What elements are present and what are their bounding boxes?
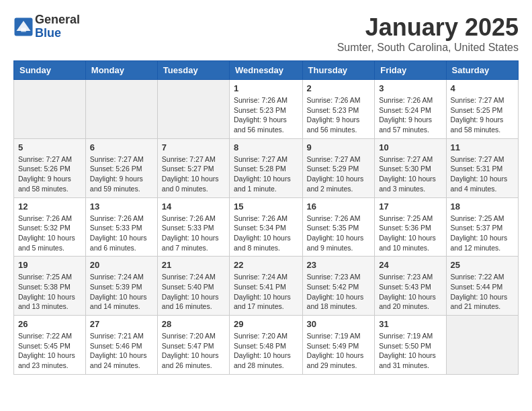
logo-text: General Blue	[35, 13, 80, 40]
calendar-cell: 18Sunrise: 7:25 AM Sunset: 5:37 PM Dayli…	[446, 197, 518, 257]
calendar-cell	[14, 80, 86, 139]
calendar-cell: 16Sunrise: 7:26 AM Sunset: 5:35 PM Dayli…	[302, 197, 375, 257]
day-info: Sunrise: 7:24 AM Sunset: 5:39 PM Dayligh…	[90, 272, 153, 312]
day-number: 7	[162, 142, 225, 152]
svg-rect-2	[21, 28, 26, 32]
day-info: Sunrise: 7:26 AM Sunset: 5:23 PM Dayligh…	[307, 95, 371, 135]
calendar-cell	[85, 80, 157, 139]
day-info: Sunrise: 7:27 AM Sunset: 5:25 PM Dayligh…	[451, 95, 514, 135]
page-header: General Blue January 2025 Sumter, South …	[13, 13, 519, 54]
month-title: January 2025	[337, 13, 519, 42]
logo: General Blue	[13, 13, 80, 40]
day-info: Sunrise: 7:26 AM Sunset: 5:33 PM Dayligh…	[90, 214, 153, 253]
day-info: Sunrise: 7:23 AM Sunset: 5:43 PM Dayligh…	[379, 272, 441, 312]
calendar-cell: 11Sunrise: 7:27 AM Sunset: 5:31 PM Dayli…	[446, 138, 518, 197]
day-info: Sunrise: 7:27 AM Sunset: 5:26 PM Dayligh…	[90, 154, 153, 194]
calendar-cell: 13Sunrise: 7:26 AM Sunset: 5:33 PM Dayli…	[85, 197, 157, 257]
day-number: 27	[90, 319, 153, 329]
day-info: Sunrise: 7:21 AM Sunset: 5:46 PM Dayligh…	[90, 331, 153, 371]
calendar-cell: 20Sunrise: 7:24 AM Sunset: 5:39 PM Dayli…	[85, 257, 157, 316]
day-number: 9	[307, 142, 371, 152]
calendar-cell: 31Sunrise: 7:19 AM Sunset: 5:50 PM Dayli…	[375, 316, 446, 375]
weekday-header: Tuesday	[157, 61, 229, 80]
day-number: 8	[234, 142, 298, 152]
day-info: Sunrise: 7:27 AM Sunset: 5:30 PM Dayligh…	[379, 154, 441, 194]
day-info: Sunrise: 7:24 AM Sunset: 5:41 PM Dayligh…	[234, 272, 298, 312]
day-info: Sunrise: 7:26 AM Sunset: 5:35 PM Dayligh…	[307, 214, 371, 253]
weekday-header: Monday	[85, 61, 157, 80]
day-number: 23	[307, 260, 371, 270]
calendar-cell	[157, 80, 229, 139]
weekday-header-row: SundayMondayTuesdayWednesdayThursdayFrid…	[14, 61, 519, 80]
calendar-cell: 14Sunrise: 7:26 AM Sunset: 5:33 PM Dayli…	[157, 197, 229, 257]
day-number: 1	[234, 83, 298, 93]
calendar-cell: 1Sunrise: 7:26 AM Sunset: 5:23 PM Daylig…	[230, 80, 303, 139]
calendar-cell: 30Sunrise: 7:19 AM Sunset: 5:49 PM Dayli…	[302, 316, 375, 375]
day-info: Sunrise: 7:19 AM Sunset: 5:49 PM Dayligh…	[307, 331, 371, 371]
calendar-cell: 15Sunrise: 7:26 AM Sunset: 5:34 PM Dayli…	[230, 197, 303, 257]
day-number: 3	[379, 83, 441, 93]
calendar-cell: 9Sunrise: 7:27 AM Sunset: 5:29 PM Daylig…	[302, 138, 375, 197]
day-info: Sunrise: 7:20 AM Sunset: 5:47 PM Dayligh…	[162, 331, 225, 371]
day-info: Sunrise: 7:27 AM Sunset: 5:28 PM Dayligh…	[234, 154, 298, 194]
day-info: Sunrise: 7:26 AM Sunset: 5:34 PM Dayligh…	[234, 214, 298, 253]
day-info: Sunrise: 7:26 AM Sunset: 5:24 PM Dayligh…	[379, 95, 441, 135]
day-number: 16	[307, 201, 371, 212]
day-info: Sunrise: 7:27 AM Sunset: 5:29 PM Dayligh…	[307, 154, 371, 194]
calendar-cell: 22Sunrise: 7:24 AM Sunset: 5:41 PM Dayli…	[230, 257, 303, 316]
day-info: Sunrise: 7:27 AM Sunset: 5:31 PM Dayligh…	[451, 154, 514, 194]
day-info: Sunrise: 7:24 AM Sunset: 5:40 PM Dayligh…	[162, 272, 225, 312]
day-number: 5	[18, 142, 81, 152]
day-number: 15	[234, 201, 298, 212]
calendar-week-row: 12Sunrise: 7:26 AM Sunset: 5:32 PM Dayli…	[14, 197, 519, 257]
calendar-cell: 29Sunrise: 7:20 AM Sunset: 5:48 PM Dayli…	[230, 316, 303, 375]
weekday-header: Sunday	[14, 61, 86, 80]
calendar-cell: 27Sunrise: 7:21 AM Sunset: 5:46 PM Dayli…	[85, 316, 157, 375]
calendar-cell: 17Sunrise: 7:25 AM Sunset: 5:36 PM Dayli…	[375, 197, 446, 257]
day-number: 6	[90, 142, 153, 152]
day-number: 2	[307, 83, 371, 93]
day-info: Sunrise: 7:26 AM Sunset: 5:32 PM Dayligh…	[18, 214, 81, 253]
calendar-cell: 21Sunrise: 7:24 AM Sunset: 5:40 PM Dayli…	[157, 257, 229, 316]
day-number: 25	[451, 260, 514, 270]
day-number: 13	[90, 201, 153, 212]
day-number: 30	[307, 319, 371, 329]
logo-general: General	[35, 13, 80, 27]
calendar-cell: 24Sunrise: 7:23 AM Sunset: 5:43 PM Dayli…	[375, 257, 446, 316]
day-number: 31	[379, 319, 441, 329]
day-number: 24	[379, 260, 441, 270]
day-number: 20	[90, 260, 153, 270]
title-area: January 2025 Sumter, South Carolina, Uni…	[337, 13, 519, 54]
calendar-cell: 12Sunrise: 7:26 AM Sunset: 5:32 PM Dayli…	[14, 197, 86, 257]
day-number: 17	[379, 201, 441, 212]
day-number: 28	[162, 319, 225, 329]
location: Sumter, South Carolina, United States	[337, 42, 519, 54]
calendar-cell: 3Sunrise: 7:26 AM Sunset: 5:24 PM Daylig…	[375, 80, 446, 139]
weekday-header: Saturday	[446, 61, 518, 80]
day-number: 11	[451, 142, 514, 152]
calendar-cell: 8Sunrise: 7:27 AM Sunset: 5:28 PM Daylig…	[230, 138, 303, 197]
calendar-cell: 5Sunrise: 7:27 AM Sunset: 5:26 PM Daylig…	[14, 138, 86, 197]
day-number: 12	[18, 201, 81, 212]
day-info: Sunrise: 7:22 AM Sunset: 5:45 PM Dayligh…	[18, 331, 81, 371]
day-number: 19	[18, 260, 81, 270]
weekday-header: Thursday	[302, 61, 375, 80]
logo-blue: Blue	[35, 27, 80, 40]
day-number: 22	[234, 260, 298, 270]
calendar-week-row: 1Sunrise: 7:26 AM Sunset: 5:23 PM Daylig…	[14, 80, 519, 139]
calendar-week-row: 26Sunrise: 7:22 AM Sunset: 5:45 PM Dayli…	[14, 316, 519, 375]
calendar-cell: 6Sunrise: 7:27 AM Sunset: 5:26 PM Daylig…	[85, 138, 157, 197]
calendar-cell: 25Sunrise: 7:22 AM Sunset: 5:44 PM Dayli…	[446, 257, 518, 316]
calendar-cell: 26Sunrise: 7:22 AM Sunset: 5:45 PM Dayli…	[14, 316, 86, 375]
calendar-cell: 23Sunrise: 7:23 AM Sunset: 5:42 PM Dayli…	[302, 257, 375, 316]
day-number: 29	[234, 319, 298, 329]
day-info: Sunrise: 7:27 AM Sunset: 5:26 PM Dayligh…	[18, 154, 81, 194]
day-info: Sunrise: 7:25 AM Sunset: 5:36 PM Dayligh…	[379, 214, 441, 253]
calendar-cell: 4Sunrise: 7:27 AM Sunset: 5:25 PM Daylig…	[446, 80, 518, 139]
calendar-cell: 28Sunrise: 7:20 AM Sunset: 5:47 PM Dayli…	[157, 316, 229, 375]
day-number: 18	[451, 201, 514, 212]
logo-icon	[13, 17, 34, 37]
day-info: Sunrise: 7:26 AM Sunset: 5:23 PM Dayligh…	[234, 95, 298, 135]
calendar-table: SundayMondayTuesdayWednesdayThursdayFrid…	[13, 60, 519, 375]
day-info: Sunrise: 7:19 AM Sunset: 5:50 PM Dayligh…	[379, 331, 441, 371]
